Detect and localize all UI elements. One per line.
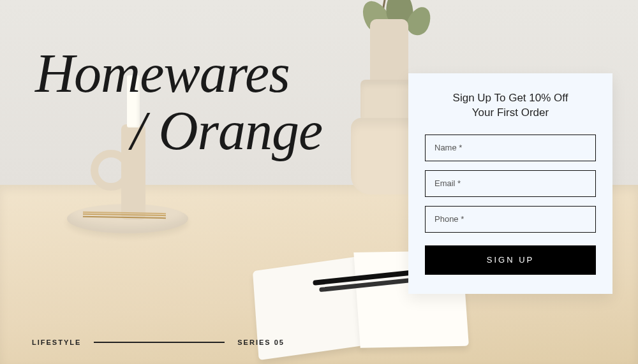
hero-headline: Homewares / Orange (35, 45, 322, 160)
footer-strip: LIFESTYLE SERIES 05 (32, 339, 285, 346)
signup-button[interactable]: SIGN UP (425, 245, 596, 275)
signup-card: Sign Up To Get 10% Off Your First Order … (408, 73, 612, 294)
footer-divider (94, 342, 225, 343)
headline-line-1: Homewares (35, 43, 290, 104)
headline-line-2: / Orange (35, 102, 322, 159)
signup-title-line-2: Your First Order (472, 106, 549, 119)
phone-field[interactable] (425, 206, 596, 233)
name-field[interactable] (425, 135, 596, 161)
hero-stage: Homewares / Orange Sign Up To Get 10% Of… (0, 0, 638, 364)
signup-title: Sign Up To Get 10% Off Your First Order (425, 91, 596, 120)
email-field[interactable] (425, 170, 596, 197)
signup-title-line-1: Sign Up To Get 10% Off (453, 92, 568, 104)
footer-right-label: SERIES 05 (237, 339, 285, 346)
footer-left-label: LIFESTYLE (32, 339, 81, 346)
